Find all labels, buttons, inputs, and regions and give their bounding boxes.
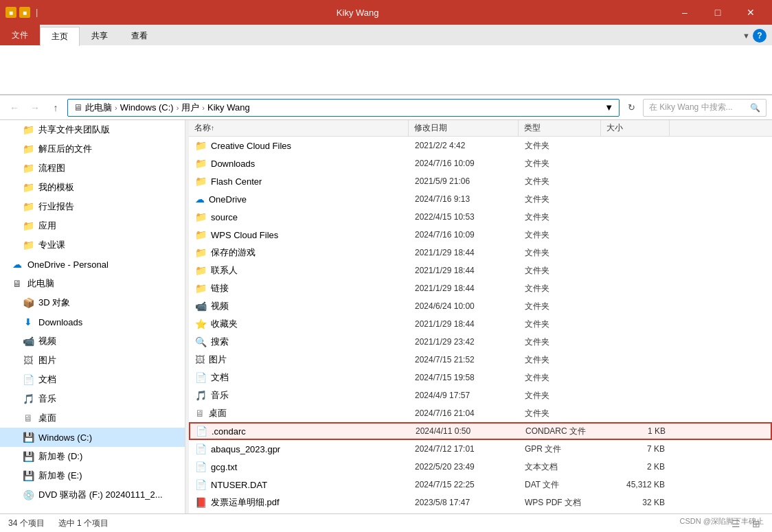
view-grid-button[interactable]: ⊞ — [749, 516, 764, 531]
table-row[interactable]: 📁链接2021/1/29 18:44文件夹 — [189, 279, 772, 297]
sidebar-item-2[interactable]: 📁流程图 — [0, 159, 185, 178]
file-name-text-3: OneDrive — [209, 194, 247, 205]
table-row[interactable]: 📁source2022/4/15 10:53文件夹 — [189, 208, 772, 226]
table-row[interactable]: 📄文档2024/7/15 19:58文件夹 — [189, 369, 772, 386]
col-header-size[interactable]: 大小 — [601, 120, 670, 136]
app-icon-1: ■ — [5, 7, 16, 18]
file-size-cell-13 — [602, 369, 670, 386]
search-box[interactable]: 在 Kiky Wang 中搜索... 🔍 — [643, 99, 767, 117]
path-segment-user[interactable]: Kiky Wang — [207, 102, 250, 113]
file-date-cell-16: 2024/4/11 0:50 — [410, 424, 520, 439]
table-row[interactable]: 📄gcg.txt2022/5/20 23:49文本文档2 KB — [189, 458, 772, 476]
sidebar-item-3[interactable]: 📁我的模板 — [0, 178, 185, 197]
window-controls[interactable]: – □ ✕ — [669, 0, 767, 25]
path-segment-users[interactable]: 用户 — [181, 102, 199, 114]
address-path[interactable]: 🖥 此电脑 › Windows (C:) › 用户 › Kiky Wang ▼ — [67, 99, 620, 117]
sidebar-item-10[interactable]: ⬇Downloads — [0, 312, 185, 332]
table-row[interactable]: 📕顺丰电子发票.pdf2023/5/8 17:47WPS PDF 文档67 KB — [189, 511, 772, 513]
sidebar-item-16[interactable]: 💾Windows (C:) — [0, 428, 185, 447]
sidebar-icon-3: 📁 — [22, 182, 34, 193]
sidebar-item-5[interactable]: 📁应用 — [0, 216, 185, 235]
file-size-cell-15 — [602, 405, 670, 421]
file-icon-9: 📹 — [195, 301, 207, 312]
file-size-cell-14 — [602, 387, 670, 404]
table-row[interactable]: 📹视频2024/6/24 10:00文件夹 — [189, 297, 772, 315]
sidebar-item-6[interactable]: 📁专业课 — [0, 235, 185, 255]
file-name-text-11: 搜索 — [211, 336, 229, 348]
sidebar-label-6: 专业课 — [38, 239, 65, 251]
table-row[interactable]: 📄NTUSER.DAT2024/7/15 22:25DAT 文件45,312 K… — [189, 476, 772, 494]
sidebar-item-7[interactable]: ☁OneDrive - Personal — [0, 255, 185, 274]
path-dropdown[interactable]: ▼ — [604, 102, 613, 113]
file-size-cell-20: 32 KB — [602, 494, 670, 511]
table-row[interactable]: 📕发票运单明细.pdf2023/5/8 17:47WPS PDF 文档32 KB — [189, 494, 772, 511]
file-date-cell-5: 2024/7/16 10:09 — [409, 227, 519, 243]
ribbon-expand[interactable]: ▼ ? — [737, 26, 772, 45]
file-size-cell-21: 67 KB — [602, 512, 670, 513]
sidebar-item-18[interactable]: 💾新加卷 (E:) — [0, 466, 185, 485]
maximize-button[interactable]: □ — [702, 0, 734, 25]
col-header-date[interactable]: 修改日期 — [409, 120, 519, 136]
sidebar-item-4[interactable]: 📁行业报告 — [0, 197, 185, 216]
table-row[interactable]: 📄.condarc2024/4/11 0:50CONDARC 文件1 KB — [189, 422, 772, 440]
sidebar-item-13[interactable]: 📄文档 — [0, 370, 185, 389]
minimize-button[interactable]: – — [669, 0, 701, 25]
col-header-type[interactable]: 类型 — [519, 120, 601, 136]
table-row[interactable]: 📁保存的游戏2021/1/29 18:44文件夹 — [189, 244, 772, 262]
tab-file[interactable]: 文件 — [0, 25, 40, 45]
file-name-cell-18: 📄gcg.txt — [190, 459, 409, 475]
file-date-cell-18: 2022/5/20 23:49 — [409, 459, 519, 475]
close-button[interactable]: ✕ — [735, 0, 767, 25]
table-row[interactable]: 🔍搜索2021/1/29 23:42文件夹 — [189, 333, 772, 351]
file-date-cell-4: 2022/4/15 10:53 — [409, 209, 519, 225]
search-icon[interactable]: 🔍 — [750, 103, 760, 113]
file-name-cell-7: 📁联系人 — [190, 262, 409, 279]
table-row[interactable]: 📁联系人2021/1/29 18:44文件夹 — [189, 262, 772, 279]
sidebar-item-15[interactable]: 🖥桌面 — [0, 408, 185, 428]
file-name-text-2: Flash Center — [211, 176, 262, 187]
path-segment-drive[interactable]: Windows (C:) — [120, 102, 174, 113]
tab-home[interactable]: 主页 — [40, 27, 80, 46]
table-row[interactable]: 📁Downloads2024/7/16 10:09文件夹 — [189, 154, 772, 172]
table-row[interactable]: 📄abaqus_2023.gpr2024/7/12 17:01GPR 文件7 K… — [189, 440, 772, 458]
file-name-cell-21: 📕顺丰电子发票.pdf — [190, 512, 409, 513]
table-row[interactable]: ☁OneDrive2024/7/16 9:13文件夹 — [189, 190, 772, 208]
sidebar-item-1[interactable]: 📁解压后的文件 — [0, 139, 185, 159]
tab-view[interactable]: 查看 — [120, 26, 159, 45]
table-row[interactable]: 🖼图片2024/7/15 21:52文件夹 — [189, 351, 772, 369]
sidebar-label-7: OneDrive - Personal — [27, 259, 109, 270]
sidebar-item-0[interactable]: 📁共享文件夹团队版 — [0, 120, 185, 139]
file-name-text-1: Downloads — [211, 159, 255, 169]
back-button[interactable]: ← — [5, 99, 23, 117]
file-size-cell-9 — [602, 298, 670, 314]
sidebar-item-9[interactable]: 📦3D 对象 — [0, 293, 185, 312]
table-row[interactable]: 📁Flash Center2021/5/9 21:06文件夹 — [189, 172, 772, 190]
view-list-button[interactable]: ☰ — [728, 516, 743, 531]
sidebar-item-14[interactable]: 🎵音乐 — [0, 389, 185, 408]
table-row[interactable]: 🖥桌面2024/7/16 21:04文件夹 — [189, 404, 772, 422]
sidebar-item-19[interactable]: 💿DVD 驱动器 (F:) 20240111_2... — [0, 485, 185, 505]
file-icon-10: ⭐ — [195, 319, 207, 329]
path-segment-pc[interactable]: 此电脑 — [85, 102, 112, 114]
file-name-text-5: WPS Cloud Files — [211, 230, 278, 240]
table-row[interactable]: ⭐收藏夹2021/1/29 18:44文件夹 — [189, 315, 772, 333]
table-row[interactable]: 📁Creative Cloud Files2021/2/2 4:42文件夹 — [189, 137, 772, 154]
sidebar-label-2: 流程图 — [38, 162, 65, 174]
sidebar-item-11[interactable]: 📹视频 — [0, 332, 185, 351]
sidebar-item-12[interactable]: 🖼图片 — [0, 351, 185, 370]
sidebar-item-17[interactable]: 💾新加卷 (D:) — [0, 447, 185, 466]
help-icon[interactable]: ? — [753, 29, 767, 43]
file-size-cell-7 — [602, 262, 670, 279]
tab-share[interactable]: 共享 — [80, 26, 120, 45]
refresh-button[interactable]: ↻ — [622, 99, 640, 117]
sidebar-item-8[interactable]: 🖥此电脑 — [0, 274, 185, 293]
file-type-cell-19: DAT 文件 — [519, 476, 602, 493]
file-name-text-19: NTUSER.DAT — [211, 480, 267, 490]
col-header-name[interactable]: 名称 — [189, 120, 409, 136]
up-button[interactable]: ↑ — [47, 99, 65, 117]
table-row[interactable]: 🎵音乐2024/4/9 17:57文件夹 — [189, 386, 772, 404]
table-row[interactable]: 📁WPS Cloud Files2024/7/16 10:09文件夹 — [189, 226, 772, 244]
file-icon-19: 📄 — [195, 479, 207, 490]
file-icon-20: 📕 — [195, 497, 207, 508]
forward-button[interactable]: → — [26, 99, 44, 117]
